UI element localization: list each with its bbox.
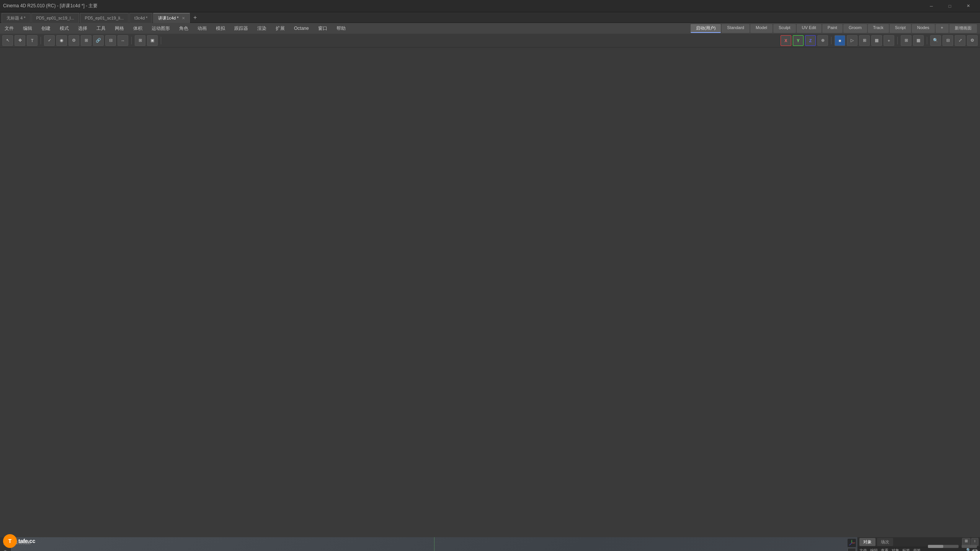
toolbar-display[interactable]: ◉ [56,35,67,46]
menu-character[interactable]: 角色 [178,24,190,33]
watermark-area: T tafe.cc [3,534,35,548]
menu-simulate[interactable]: 模拟 [214,24,227,33]
content-area: 📷 👁 ⊞ ▣ ✥ ↻ ↔ ▲ 🖊 ◎ 〜 ⬡ ○ ● ◈ 透视视图 [0,537,980,551]
menu-create[interactable]: 创建 [40,24,52,33]
tab-3[interactable]: t3c4d * [129,13,152,23]
workspace-paint[interactable]: Paint [822,24,843,33]
workspace-add[interactable]: + [936,24,949,33]
toolbar-right-panel[interactable]: ⊟ [942,35,953,46]
menu-select[interactable]: 选择 [77,24,89,33]
menu-mode[interactable]: 模式 [58,24,70,33]
menu-animate[interactable]: 动画 [196,24,208,33]
subtab-expand[interactable]: ▶ [975,548,978,551]
workspace-new[interactable]: 新增画面 [949,24,977,33]
maximize-button[interactable]: □ [941,0,959,12]
workspace-track[interactable]: Track [868,24,889,33]
tab-0[interactable]: 无标题 4 * [2,13,31,23]
workspace-standard[interactable]: Standard [722,24,750,33]
toolbar-settings[interactable]: ⚙ [69,35,79,46]
subtab-collapse[interactable]: ◀ [972,548,975,551]
toolbar-text[interactable]: T [27,35,38,46]
tab-close-icon[interactable]: ✕ [182,16,185,20]
toolbar-enable[interactable]: ✓ [44,35,55,46]
subtab-file[interactable]: 文件 [859,548,867,551]
menu-help[interactable]: 帮助 [335,24,347,33]
svg-text:Y: Y [851,540,852,541]
menu-tracker[interactable]: 跟踪器 [233,24,250,33]
top-nav: 文件 编辑 创建 模式 选择 工具 网格 体积 运动图形 角色 动画 模拟 跟踪… [0,23,980,34]
toolbar-scale[interactable]: ↔ [118,35,128,46]
toolbar-view[interactable]: ▣ [147,35,158,46]
close-button[interactable]: ✕ [959,0,977,12]
add-tab-button[interactable]: + [191,13,200,22]
tab-2[interactable]: PD5_ep01_sc19_li... [80,13,129,23]
toolbar-render-view[interactable]: ■ [835,35,845,46]
svg-line-12 [850,543,852,545]
menu-volume[interactable]: 体积 [132,24,144,33]
toolbar-settings2[interactable]: ⚙ [967,35,978,46]
toolbar-sep-5 [897,37,898,44]
menu-extend[interactable]: 扩展 [274,24,286,33]
toolbar-snap[interactable]: 🔗 [93,35,104,46]
vp-axis-display: Y X Z [848,539,856,547]
workspace-nodes[interactable]: Nodes [912,24,935,33]
workspace-uvedit[interactable]: UV Edit [797,24,822,33]
workspace-groom[interactable]: Groom [843,24,867,33]
subtab-view[interactable]: 查看 [881,548,889,551]
toolbar-sep-2 [131,37,132,44]
menu-file[interactable]: 文件 [3,24,15,33]
bottom-right-controls [928,545,977,548]
toolbar-align[interactable]: ⊟ [105,35,116,46]
menu-octane[interactable]: Octane [292,25,310,32]
toolbar-world[interactable]: ⊕ [817,35,828,46]
workspace-model[interactable]: Model [750,24,773,33]
tab-1[interactable]: PD5_ep01_sc19_l... [31,13,79,23]
subtab-search[interactable]: 🔍 [966,548,971,551]
workspace-tabs: 启动(用户) Standard Model Sculpt UV Edit Pai… [691,24,977,33]
axis-line-v [434,537,434,551]
viewport[interactable]: 透视视图 [11,537,858,551]
svg-text:Z: Z [849,544,850,546]
zoom-scrollbar[interactable] [928,545,959,548]
sidebar-icon-view[interactable]: 👁 [2,548,9,551]
toolbar-axis-y[interactable]: Y [793,35,804,46]
toolbar-expand[interactable]: ⤢ [955,35,965,46]
toolbar-quad[interactable]: ⊞ [901,35,911,46]
toolbar-constraint[interactable]: ⊞ [81,35,91,46]
menu-tools[interactable]: 工具 [95,24,107,33]
toolbar-pointer[interactable]: ↖ [2,35,13,46]
workspace-script[interactable]: Script [890,24,911,33]
menu-render[interactable]: 渲染 [256,24,268,33]
toolbar-render-region[interactable]: ▦ [871,35,882,46]
workspace-startup[interactable]: 启动(用户) [691,24,721,33]
panel-tab-scene[interactable]: 场次 [877,538,893,546]
toolbar-grid[interactable]: ⊞ [135,35,145,46]
svg-text:X: X [854,542,855,544]
minimize-button[interactable]: ─ [923,0,940,12]
toolbar-axis-x[interactable]: X [781,35,791,46]
subtab-bookmark[interactable]: 书签 [913,548,921,551]
toolbar-search[interactable]: 🔍 [930,35,941,46]
subtab-tag[interactable]: 标签 [902,548,910,551]
menu-window[interactable]: 窗口 [317,24,329,33]
panel-tab-object[interactable]: 对象 [859,538,875,546]
toolbar-viewport-layout[interactable]: ▦ [913,35,924,46]
toolbar-render-all[interactable]: ⊞ [859,35,870,46]
toolbar-sep-3 [161,37,161,44]
toolbar-axis-z[interactable]: Z [805,35,816,46]
vp-zoom-in[interactable]: + [848,548,856,551]
toolbar-render-active[interactable]: ▷ [847,35,858,46]
toolbar-sep-1 [41,37,41,44]
toolbar-move[interactable]: ✥ [15,35,25,46]
toolbar-add-render[interactable]: + [884,35,894,46]
menu-edit[interactable]: 编辑 [21,24,34,33]
tab-bar: 无标题 4 * PD5_ep01_sc19_l... PD5_ep01_sc19… [0,12,980,23]
workspace-sculpt[interactable]: Sculpt [773,24,796,33]
subtab-edit[interactable]: 编辑 [870,548,878,551]
tab-4[interactable]: 讲课1c4d * ✕ [153,13,189,23]
timeline-scrollbar-2[interactable] [962,545,977,548]
menu-mograph[interactable]: 运动图形 [150,24,172,33]
menu-mesh[interactable]: 网格 [113,24,126,33]
subtab-object[interactable]: 对象 [892,548,899,551]
zoom-scrollbar-thumb[interactable] [928,545,943,548]
